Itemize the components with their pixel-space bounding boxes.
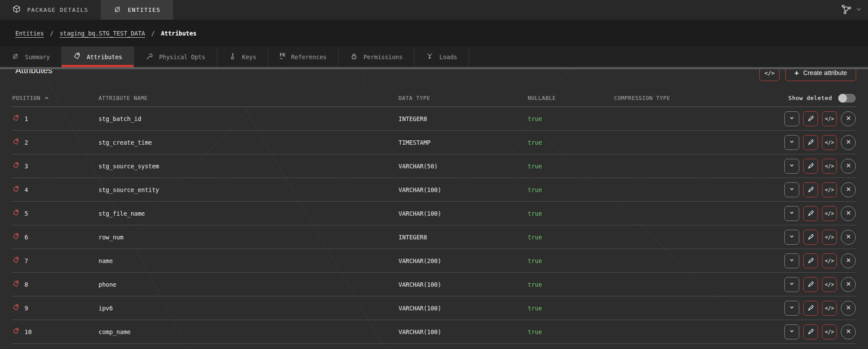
pencil-icon [807, 233, 815, 242]
tab-keys[interactable]: Keys [217, 46, 268, 67]
delete-attribute-button[interactable] [841, 277, 856, 292]
delete-attribute-button[interactable] [841, 253, 856, 268]
position-cell: 7 [12, 256, 99, 265]
tab-references[interactable]: FK→ References [268, 46, 339, 67]
attribute-code-button[interactable]: </> [822, 159, 837, 174]
attribute-code-button[interactable]: </> [822, 301, 837, 316]
delete-attribute-button[interactable] [841, 301, 856, 316]
table-row: 7 name VARCHAR(200) true </> [12, 249, 856, 273]
breadcrumb-separator: / [50, 30, 53, 37]
pencil-icon [807, 209, 815, 218]
expand-row-button[interactable] [784, 253, 799, 268]
delete-attribute-button[interactable] [841, 111, 856, 126]
attribute-code-button[interactable]: </> [822, 206, 837, 221]
delete-attribute-button[interactable] [841, 324, 856, 339]
code-icon: </> [825, 187, 834, 193]
table-row: 9 ipv6 VARCHAR(100) true </> [12, 296, 856, 320]
tab-loads[interactable]: Loads [414, 46, 469, 67]
show-deleted-toggle[interactable] [838, 94, 856, 103]
attribute-name-cell: stg_batch_id [99, 115, 399, 122]
tab-loads-label: Loads [439, 53, 457, 61]
position-value: 6 [25, 234, 28, 241]
position-cell: 6 [12, 233, 99, 242]
attribute-tag-icon [12, 138, 20, 147]
attribute-code-button[interactable]: </> [822, 324, 837, 339]
expand-row-button[interactable] [784, 159, 799, 174]
column-header-compression-type: COMPRESSION TYPE [614, 95, 762, 101]
position-cell: 8 [12, 280, 99, 289]
attribute-code-button[interactable]: </> [822, 277, 837, 292]
edit-attribute-button[interactable] [803, 324, 818, 339]
edit-attribute-button[interactable] [803, 182, 818, 197]
top-navigation-bar: PACKAGE DETAILS ENTITIES [0, 0, 868, 20]
attribute-code-button[interactable]: </> [822, 230, 837, 245]
table-row: 1 stg_batch_id INTEGER8 true </> [12, 107, 856, 131]
breadcrumb-entity-link[interactable]: staging_bq.STG_TEST_DATA [60, 30, 145, 37]
tab-permissions[interactable]: Permissions [339, 46, 414, 67]
position-cell: 2 [12, 138, 99, 147]
breadcrumb-entities-link[interactable]: Entities [15, 30, 44, 37]
attributes-table: POSITION ATTRIBUTE NAME DATA TYPE NULLAB… [12, 89, 856, 344]
table-row: 2 stg_create_time TIMESTAMP true </ [12, 131, 856, 154]
data-type-cell: VARCHAR(200) [399, 257, 528, 264]
expand-row-button[interactable] [784, 182, 799, 197]
attribute-code-button[interactable]: </> [822, 182, 837, 197]
position-cell: 5 [12, 209, 99, 218]
molecule-icon[interactable] [840, 3, 852, 17]
edit-attribute-button[interactable] [803, 206, 818, 221]
edit-attribute-button[interactable] [803, 301, 818, 316]
close-icon [846, 186, 851, 193]
chevron-down-icon [789, 304, 795, 312]
column-header-nullable: NULLABLE [528, 95, 614, 101]
edit-attribute-button[interactable] [803, 230, 818, 245]
data-type-cell: VARCHAR(100) [399, 210, 528, 217]
position-value: 5 [25, 210, 28, 217]
data-type-cell: INTEGER8 [399, 234, 528, 241]
attribute-code-button[interactable]: </> [822, 111, 837, 126]
delete-attribute-button[interactable] [841, 230, 856, 245]
view-code-button[interactable]: </> [759, 69, 780, 81]
position-cell: 4 [12, 185, 99, 194]
edit-attribute-button[interactable] [803, 253, 818, 268]
close-icon [846, 257, 851, 264]
edit-attribute-button[interactable] [803, 135, 818, 150]
table-row: 10 comp_name VARCHAR(100) true </> [12, 320, 856, 344]
attribute-name-cell: stg_source_system [99, 163, 399, 170]
data-type-cell: TIMESTAMP [399, 139, 528, 146]
page-title: Attributes [15, 69, 52, 75]
position-value: 2 [25, 139, 28, 146]
nullable-cell: true [528, 234, 614, 241]
attribute-code-button[interactable]: </> [822, 135, 837, 150]
key-icon [229, 52, 236, 61]
tab-entities[interactable]: ENTITIES [101, 0, 173, 20]
edit-attribute-button[interactable] [803, 111, 818, 126]
expand-row-button[interactable] [784, 135, 799, 150]
edit-attribute-button[interactable] [803, 159, 818, 174]
delete-attribute-button[interactable] [841, 135, 856, 150]
tab-attributes[interactable]: Attributes [62, 46, 134, 67]
attribute-code-button[interactable]: </> [822, 253, 837, 268]
tab-package-details[interactable]: PACKAGE DETAILS [0, 0, 101, 20]
create-attribute-button[interactable]: + Create attribute [785, 69, 856, 81]
expand-row-button[interactable] [784, 111, 799, 126]
expand-row-button[interactable] [784, 301, 799, 316]
chevron-down-icon [789, 257, 795, 264]
column-header-data-type: DATA TYPE [399, 95, 528, 101]
expand-row-button[interactable] [784, 230, 799, 245]
chevron-down-icon[interactable] [856, 6, 862, 14]
column-header-position[interactable]: POSITION [12, 95, 99, 101]
delete-attribute-button[interactable] [841, 159, 856, 174]
position-value: 1 [25, 115, 28, 122]
attribute-name-cell: ipv6 [99, 305, 399, 312]
delete-attribute-button[interactable] [841, 182, 856, 197]
edit-attribute-button[interactable] [803, 277, 818, 292]
chevron-down-icon [789, 115, 795, 122]
nullable-cell: true [528, 115, 614, 122]
delete-attribute-button[interactable] [841, 206, 856, 221]
tab-physical-opts[interactable]: Physical Opts [134, 46, 217, 67]
expand-row-button[interactable] [784, 324, 799, 339]
tab-summary[interactable]: Summary [0, 46, 62, 67]
expand-row-button[interactable] [784, 277, 799, 292]
tab-attributes-label: Attributes [87, 53, 122, 61]
expand-row-button[interactable] [784, 206, 799, 221]
